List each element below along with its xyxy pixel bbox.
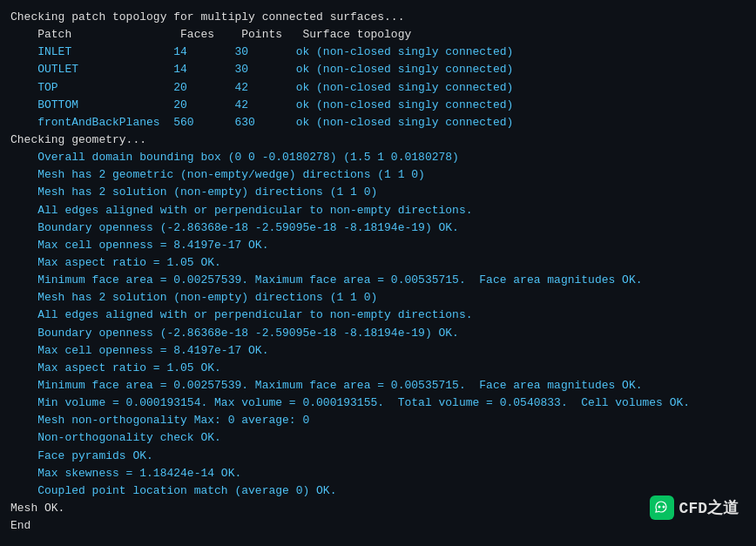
svg-point-1 bbox=[662, 506, 665, 509]
terminal-line: Minimum face area = 0.00257539. Maximum … bbox=[10, 377, 746, 394]
terminal-line: Minimum face area = 0.00257539. Maximum … bbox=[10, 272, 746, 289]
terminal-window: Checking patch topology for multiply con… bbox=[0, 0, 756, 546]
terminal-line: Max cell openness = 8.4197e-17 OK. bbox=[10, 342, 746, 360]
terminal-line: Max cell openness = 8.4197e-17 OK. bbox=[10, 237, 746, 254]
terminal-line: Mesh OK. bbox=[10, 500, 746, 517]
terminal-line: Mesh has 2 geometric (non-empty/wedge) d… bbox=[10, 166, 746, 184]
svg-point-0 bbox=[658, 506, 660, 509]
terminal-line: Max aspect ratio = 1.05 OK. bbox=[10, 360, 746, 377]
terminal-line: All edges aligned with or perpendicular … bbox=[10, 307, 746, 324]
terminal-line: Max skewness = 1.18424e-14 OK. bbox=[10, 465, 746, 482]
terminal-line: Boundary openness (-2.86368e-18 -2.59095… bbox=[10, 325, 746, 342]
terminal-line: Face pyramids OK. bbox=[10, 448, 746, 465]
watermark-label: CFD之道 bbox=[679, 497, 739, 518]
terminal-line: Mesh non-orthogonality Max: 0 average: 0 bbox=[10, 412, 746, 429]
wechat-icon bbox=[650, 495, 674, 520]
terminal-line: Checking geometry... bbox=[10, 131, 746, 149]
terminal-line: Min volume = 0.000193154. Max volume = 0… bbox=[10, 394, 746, 412]
terminal-output: Checking patch topology for multiply con… bbox=[10, 9, 746, 535]
terminal-line: TOP 20 42 ok (non-closed singly connecte… bbox=[10, 79, 746, 97]
terminal-line: OUTLET 14 30 ok (non-closed singly conne… bbox=[10, 61, 746, 78]
terminal-line: Mesh has 2 solution (non-empty) directio… bbox=[10, 184, 746, 201]
terminal-line: INLET 14 30 ok (non-closed singly connec… bbox=[10, 44, 746, 61]
terminal-line: End bbox=[10, 517, 746, 535]
terminal-line: All edges aligned with or perpendicular … bbox=[10, 202, 746, 219]
terminal-line: Overall domain bounding box (0 0 -0.0180… bbox=[10, 149, 746, 166]
terminal-line: Non-orthogonality check OK. bbox=[10, 429, 746, 447]
terminal-line: Coupled point location match (average 0)… bbox=[10, 482, 746, 500]
terminal-line: Checking patch topology for multiply con… bbox=[10, 9, 746, 26]
terminal-line: Boundary openness (-2.86368e-18 -2.59095… bbox=[10, 219, 746, 237]
terminal-line: Max aspect ratio = 1.05 OK. bbox=[10, 254, 746, 272]
terminal-line: BOTTOM 20 42 ok (non-closed singly conne… bbox=[10, 97, 746, 114]
terminal-line: frontAndBackPlanes 560 630 ok (non-close… bbox=[10, 114, 746, 131]
terminal-line: Patch Faces Points Surface topology bbox=[10, 26, 746, 44]
terminal-line: Mesh has 2 solution (non-empty) directio… bbox=[10, 289, 746, 307]
watermark: CFD之道 bbox=[650, 495, 739, 520]
